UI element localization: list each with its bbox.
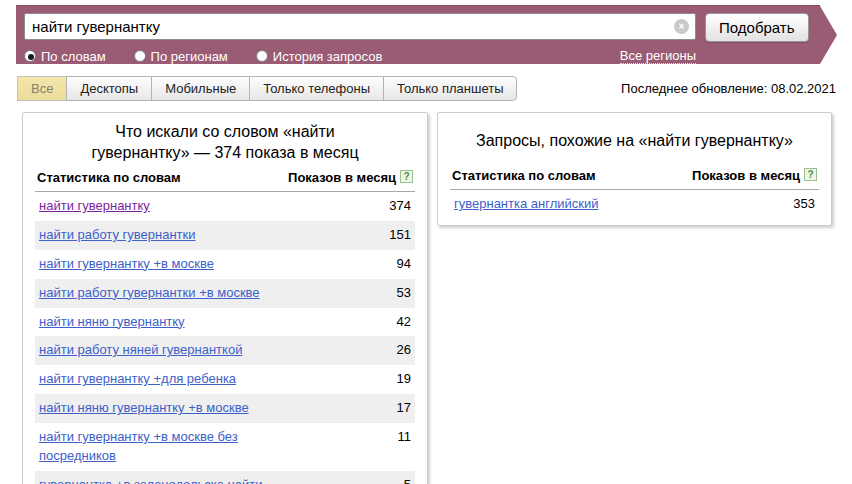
phrase-link[interactable]: найти гувернантку +в москве: [39, 255, 214, 274]
search-mode-radio[interactable]: История запросов: [256, 49, 383, 64]
table-row: гувернантка +в зеленодольске найти работ…: [35, 471, 415, 484]
impressions-count: 374: [389, 197, 411, 213]
device-tab[interactable]: Мобильные: [151, 76, 250, 101]
column-count-header: Показов в месяц?: [692, 168, 817, 183]
panel-title-text: Что искали со словом «найти гувернантку»…: [75, 121, 375, 163]
table-row: найти гувернантку +в москве без посредни…: [35, 423, 415, 471]
impressions-count: 353: [793, 195, 815, 211]
similar-queries-table: гувернантка английский 353: [450, 190, 819, 219]
table-row: найти работу няней гувернанткой 26: [35, 336, 415, 365]
column-count-label: Показов в месяц: [692, 168, 800, 183]
device-tab[interactable]: Только планшеты: [383, 76, 517, 101]
impressions-count: 53: [397, 284, 411, 300]
impressions-count: 151: [389, 226, 411, 242]
column-phrase-header: Статистика по словам: [37, 170, 181, 185]
column-phrase-header: Статистика по словам: [452, 168, 596, 183]
radio-icon: [256, 50, 268, 62]
phrase-link[interactable]: найти гувернантку +в москве без посредни…: [39, 428, 307, 466]
search-bar: × Подобрать По словам По регионам Истори…: [16, 5, 820, 64]
device-tab[interactable]: Только телефоны: [249, 76, 384, 101]
phrase-link[interactable]: найти работу няней гувернанткой: [39, 341, 242, 360]
panel-similar-queries: Запросы, похожие на «найти гувернантку» …: [437, 112, 832, 226]
impressions-count: 26: [397, 341, 411, 357]
results-panels: Что искали со словом «найти гувернантку»…: [22, 112, 832, 484]
panel-title: Что искали со словом «найти гувернантку»…: [35, 113, 415, 167]
submit-button[interactable]: Подобрать: [705, 13, 809, 42]
table-row: гувернантка английский 353: [450, 190, 819, 219]
keywords-table: найти гувернантку 374 найти работу гувер…: [35, 192, 415, 484]
all-regions-link[interactable]: Все регионы: [620, 48, 696, 64]
phrase-link[interactable]: найти гувернантку +для ребенка: [39, 370, 236, 389]
impressions-count: 42: [397, 313, 411, 329]
table-row: найти гувернантку 374: [35, 192, 415, 221]
search-row: × Подобрать: [16, 6, 820, 42]
radio-icon: [24, 50, 36, 62]
radio-icon: [134, 50, 146, 62]
table-row: найти гувернантку +в москве 94: [35, 250, 415, 279]
device-tabs: Все Десктопы Мобильные Только телефоны Т…: [18, 76, 517, 101]
device-tab[interactable]: Все: [17, 76, 67, 101]
search-modes: По словам По регионам История запросов: [24, 49, 382, 64]
phrase-link[interactable]: гувернантка +в зеленодольске найти работ…: [39, 476, 307, 484]
mode-row: По словам По регионам История запросов В…: [16, 42, 820, 64]
device-tab[interactable]: Десктопы: [66, 76, 152, 101]
search-mode-radio[interactable]: По словам: [24, 49, 106, 64]
table-row: найти гувернантку +для ребенка 19: [35, 365, 415, 394]
table-row: найти работу гувернантки +в москве 53: [35, 279, 415, 308]
mode-label: История запросов: [273, 49, 383, 64]
device-tabs-row: Все Десктопы Мобильные Только телефоны Т…: [18, 76, 836, 101]
phrase-link[interactable]: найти работу гувернантки +в москве: [39, 284, 260, 303]
mode-label: По регионам: [151, 49, 228, 64]
panel-title-text: Запросы, похожие на «найти гувернантку»: [476, 130, 793, 151]
phrase-link[interactable]: найти гувернантку: [39, 197, 150, 216]
phrase-link[interactable]: гувернантка английский: [454, 195, 599, 214]
impressions-count: 94: [397, 255, 411, 271]
phrase-link[interactable]: найти няню гувернантку: [39, 313, 185, 332]
column-count-header: Показов в месяц?: [288, 170, 413, 185]
search-input[interactable]: [24, 13, 696, 40]
search-mode-radio[interactable]: По регионам: [134, 49, 228, 64]
impressions-count: 11: [398, 428, 412, 444]
help-icon[interactable]: ?: [804, 168, 817, 181]
table-row: найти няню гувернантку +в москве 17: [35, 394, 415, 423]
mode-label: По словам: [41, 49, 106, 64]
impressions-count: 19: [397, 370, 411, 386]
impressions-count: 17: [397, 399, 411, 415]
last-update-label: Последнее обновление: 08.02.2021: [621, 81, 836, 96]
search-input-wrap: ×: [24, 13, 696, 40]
impressions-count: 5: [404, 476, 411, 484]
panel-title: Запросы, похожие на «найти гувернантку»: [450, 113, 819, 165]
panel-searched-with-word: Что искали со словом «найти гувернантку»…: [22, 112, 428, 484]
help-icon[interactable]: ?: [400, 170, 413, 183]
table-row: найти няню гувернантку 42: [35, 308, 415, 337]
table-row: найти работу гувернантки 151: [35, 221, 415, 250]
table-header: Статистика по словам Показов в месяц?: [35, 167, 415, 192]
phrase-link[interactable]: найти работу гувернантки: [39, 226, 196, 245]
phrase-link[interactable]: найти няню гувернантку +в москве: [39, 399, 249, 418]
table-header: Статистика по словам Показов в месяц?: [450, 165, 819, 190]
column-count-label: Показов в месяц: [288, 170, 396, 185]
clear-icon[interactable]: ×: [674, 19, 689, 34]
